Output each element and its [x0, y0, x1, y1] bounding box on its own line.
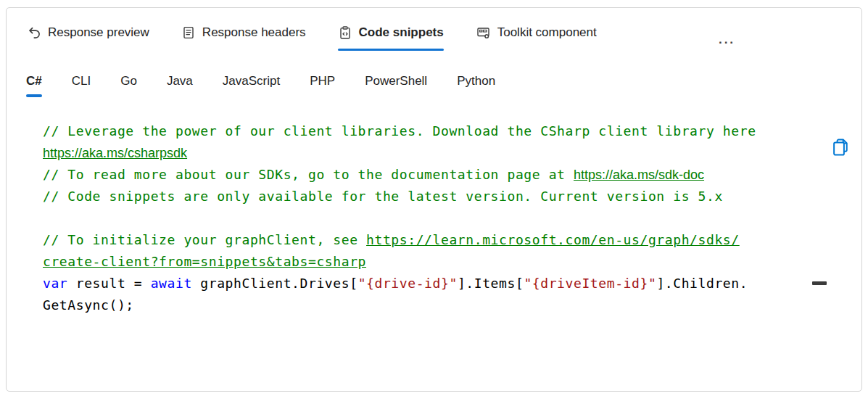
code-token-default: ].Items[ [458, 276, 524, 291]
lang-tab-php[interactable]: PHP [310, 74, 335, 97]
code-line: // To initialize your graphClient, see h… [43, 229, 811, 251]
tab-label: Toolkit component [497, 25, 597, 40]
lang-tab-csharp[interactable]: C# [26, 74, 42, 97]
more-tabs-button[interactable]: ··· [719, 36, 740, 63]
code-token-default: result = [67, 276, 150, 291]
code-link[interactable]: https://aka.ms/csharpsdk [43, 146, 187, 160]
code-token-default: graphClient.Drives[ [192, 276, 358, 291]
language-tabs: C#CLIGoJavaJavaScriptPHPPowerShellPython [7, 74, 861, 97]
code-token-string: "{drive-id}" [358, 276, 458, 291]
code-line: var result = await graphClient.Drives["{… [43, 273, 811, 294]
response-panel: Response previewResponse headersCode sni… [6, 7, 862, 392]
undo-arrow-icon [27, 25, 41, 40]
document-text-icon [181, 25, 196, 40]
lang-tab-python[interactable]: Python [457, 74, 495, 97]
lang-tab-powershell[interactable]: PowerShell [365, 74, 427, 97]
code-token-comment: // To initialize your graphClient, see [43, 232, 366, 247]
collapse-region-button[interactable] [812, 278, 828, 288]
copy-icon [830, 137, 851, 160]
code-line: https://aka.ms/csharpsdk [43, 142, 811, 164]
lang-tab-go[interactable]: Go [120, 74, 137, 97]
tab-response-preview[interactable]: Response preview [27, 25, 149, 51]
tab-code-snippets[interactable]: Code snippets [338, 25, 444, 51]
lang-tab-java[interactable]: Java [167, 74, 193, 97]
clipboard-code-icon [338, 25, 352, 40]
code-token-default: ].Children. [656, 276, 748, 291]
code-line: // To read more about our SDKs, go to th… [43, 164, 811, 186]
component-gear-icon [476, 25, 491, 40]
code-link[interactable]: https://learn.microsoft.com/en-us/graph/… [366, 232, 740, 247]
tab-label: Response preview [48, 25, 149, 40]
code-line: // Code snippets are only available for … [43, 186, 811, 207]
code-editor[interactable]: // Leverage the power of our client libr… [43, 120, 811, 316]
lang-tab-javascript[interactable]: JavaScript [223, 74, 280, 97]
code-link[interactable]: create-client?from=snippets&tabs=csharp [43, 254, 366, 269]
code-line [43, 207, 811, 229]
code-token-comment: // Code snippets are only available for … [43, 189, 723, 204]
code-token-comment: // To read more about our SDKs, go to th… [43, 167, 574, 182]
code-link[interactable]: https://aka.ms/sdk-doc [574, 168, 704, 182]
copy-code-button[interactable] [830, 137, 851, 159]
code-line: GetAsync(); [43, 294, 811, 316]
tab-toolkit-component[interactable]: Toolkit component [476, 25, 597, 51]
minus-icon [812, 281, 827, 285]
code-token-keyword: await [151, 276, 192, 291]
code-token-default: GetAsync(); [43, 297, 134, 313]
code-token-keyword: var [43, 276, 67, 291]
tab-label: Code snippets [359, 25, 444, 40]
code-token-comment: // Leverage the power of our client libr… [43, 123, 756, 139]
code-token-string: "{driveItem-id}" [524, 276, 656, 291]
tab-label: Response headers [202, 25, 306, 40]
code-line: create-client?from=snippets&tabs=csharp [43, 251, 811, 273]
code-line: // Leverage the power of our client libr… [43, 120, 811, 142]
lang-tab-cli[interactable]: CLI [72, 74, 91, 97]
tab-response-headers[interactable]: Response headers [181, 25, 306, 51]
